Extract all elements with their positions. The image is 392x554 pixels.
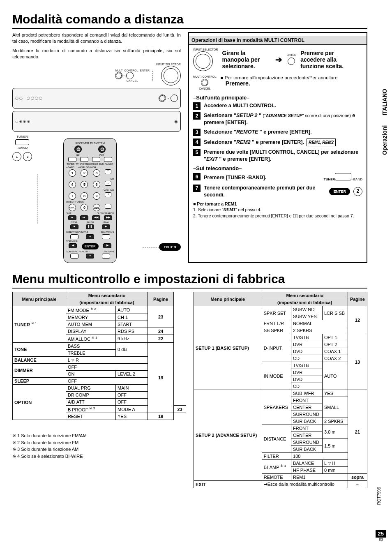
side-tabs: Operazioni ITALIANO [381, 86, 388, 157]
th-subnote: (impostazioni di fabbrica) [66, 299, 148, 306]
th-menu: Menu principale [13, 292, 66, 306]
footnotes: ※ 1 Solo durante la ricezione FM/AM ※ 2 … [12, 432, 186, 459]
settings-table-left: Menu principale Menu secondario Pagine (… [12, 292, 186, 420]
divider [12, 288, 367, 289]
multi-knob-icon [201, 79, 208, 86]
enter-label: ENTER [286, 53, 296, 57]
th-menu: Menu principale [194, 292, 262, 306]
step2-text: Selezionare "SETUP 2 " ("ADVANCE SETUP" … [204, 112, 362, 126]
tuner-band-icon: TUNER–BAND [324, 173, 362, 182]
back-press: Premere. [221, 80, 362, 87]
cancel-label: CANCEL [115, 79, 150, 83]
back-note: ■ Per tornare all'impostazione precedent… [221, 75, 362, 80]
arrow-icon: ➔ [275, 55, 282, 65]
th-sub: Menu secondario [66, 292, 148, 299]
th-page: Pagine [348, 292, 367, 306]
multi-label: MULTI CONTROL [193, 75, 217, 78]
tuner-control-diagram: TUNER –BAND 12 [12, 135, 32, 161]
premere-text: Premere per accedere alla funzione scelt… [300, 50, 346, 69]
remote-diagram: RECEIVER AV SYSTEM ⏻⏻ CDVCR TUNERTVDVD R… [63, 138, 117, 263]
step7-text: Tenere contemporaneamente premuti per du… [204, 185, 326, 199]
enter-callout: ENTER [159, 243, 181, 251]
page-title-1: Modalità comando a distanza [12, 12, 367, 26]
unit-control-diagram: INPUT SELECTOR MULTI CONTROL ENTER – CAN… [86, 63, 181, 85]
page-title-2: Menu multicontrollo e impostazioni di fa… [12, 272, 367, 286]
step-1: 1 [193, 102, 201, 110]
step-3: 3 [193, 129, 201, 136]
th-page: Pagine [148, 292, 174, 306]
intro-2: Modificare la modalità di comando a dist… [12, 48, 181, 60]
unit-heading: –Sull'unità principale– [193, 95, 362, 101]
step6-text: Premere [TUNER -BAND]. [204, 174, 266, 181]
step4-text: Selezionare "REM2 " e premere [ENTER]. R… [204, 138, 362, 147]
knob-icon [193, 51, 213, 71]
multi-knob-icon [115, 72, 122, 79]
step-6: 6 [193, 173, 201, 180]
step5-text: Premere due volte [MULTI CONTROL, CANCEL… [204, 149, 362, 163]
th-subnote: (impostazioni di fabbrica) [262, 299, 348, 306]
ops-header: Operazioni di base in modalità MULTI CON… [189, 36, 367, 45]
step3-text: Selezionare "REMOTE " e premere [ENTER]. [204, 129, 362, 136]
th-sub: Menu secondario [262, 292, 348, 299]
cancel-label: CANCEL [193, 87, 217, 90]
step-2: 2 [193, 112, 201, 120]
return-note: ■ Per tornare a REM1 1. Selezionare "REM… [193, 201, 362, 219]
num-2-icon: 2 [353, 187, 362, 196]
step1-text: Accedere a MULTI CONTROL. [204, 103, 276, 108]
settings-table-right: Menu principale Menu secondario Pagine (… [194, 292, 367, 488]
remote-heading: –Sul telecomando– [193, 165, 362, 171]
input-selector-knob-icon [161, 66, 181, 85]
intro-1: Altri prodotti potrebbero rispondere ai … [12, 32, 181, 44]
enter-circle-icon [126, 72, 134, 79]
enter-circle-icon [288, 58, 295, 65]
inputsel-label: INPUT SELECTOR [193, 48, 218, 51]
inputsel-label: INPUT SELECTOR [86, 63, 181, 66]
step-4: 4 [193, 138, 201, 146]
girare-text: Girare la manopola per selezionare. [222, 50, 271, 69]
doc-code: RQT7996 [377, 487, 381, 505]
multi-control-label: MULTI CONTROL ENTER [115, 69, 150, 72]
device-front-panel-diagram: ◯ ◯ · · ◯ ◯ ◯ ◯ - [12, 88, 181, 108]
device-front-strip-diagram: ▭ ◉ ◉ ◉◉ [12, 111, 181, 132]
operations-panel: Operazioni di base in modalità MULTI CON… [188, 32, 367, 263]
divider [12, 28, 367, 29]
enter-button-icon: ENTER [329, 188, 350, 195]
step-7: 7 [193, 185, 201, 192]
step-5: 5 [193, 149, 201, 156]
page-number: 25 53 [376, 530, 386, 542]
rem-options-box: REM1, REM2 [307, 138, 336, 147]
